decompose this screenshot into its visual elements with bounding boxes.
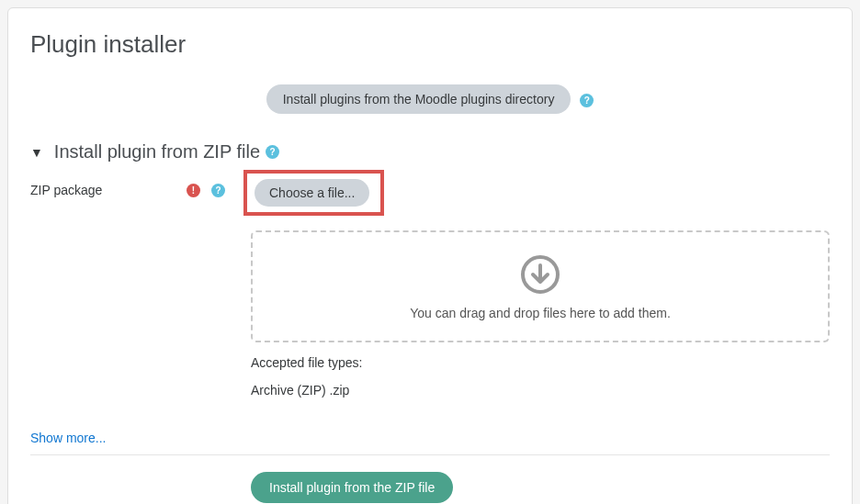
chevron-down-icon: ▼ <box>30 145 43 160</box>
divider <box>30 454 830 455</box>
zip-package-row: ZIP package ! ? Choose a file... You can… <box>30 177 830 398</box>
label-column: ZIP package ! ? <box>30 177 232 197</box>
install-from-zip-button[interactable]: Install plugin from the ZIP file <box>251 472 453 503</box>
accepted-types-value: Archive (ZIP) .zip <box>251 383 830 398</box>
dropzone-text: You can drag and drop files here to add … <box>271 306 809 320</box>
page-title: Plugin installer <box>30 30 830 59</box>
file-dropzone[interactable]: You can drag and drop files here to add … <box>251 230 830 342</box>
download-arrow-icon <box>520 254 560 295</box>
help-icon[interactable]: ? <box>266 145 279 159</box>
directory-row: Install plugins from the Moodle plugins … <box>30 84 830 114</box>
required-icon: ! <box>187 184 200 197</box>
install-from-directory-button[interactable]: Install plugins from the Moodle plugins … <box>266 84 571 114</box>
section-title: Install plugin from ZIP file <box>54 141 260 162</box>
accepted-types-label: Accepted file types: <box>251 355 830 370</box>
zip-package-label: ZIP package <box>30 183 187 197</box>
help-icon[interactable]: ? <box>211 184 225 197</box>
highlight-annotation: Choose a file... <box>243 170 384 216</box>
show-more-link[interactable]: Show more... <box>30 431 106 445</box>
plugin-installer-card: Plugin installer Install plugins from th… <box>7 7 853 504</box>
section-header[interactable]: ▼ Install plugin from ZIP file ? <box>30 141 830 162</box>
choose-file-button[interactable]: Choose a file... <box>255 179 369 207</box>
help-icon[interactable]: ? <box>580 94 594 107</box>
field-column: Choose a file... You can drag and drop f… <box>232 177 830 398</box>
submit-row: Install plugin from the ZIP file <box>30 472 830 503</box>
